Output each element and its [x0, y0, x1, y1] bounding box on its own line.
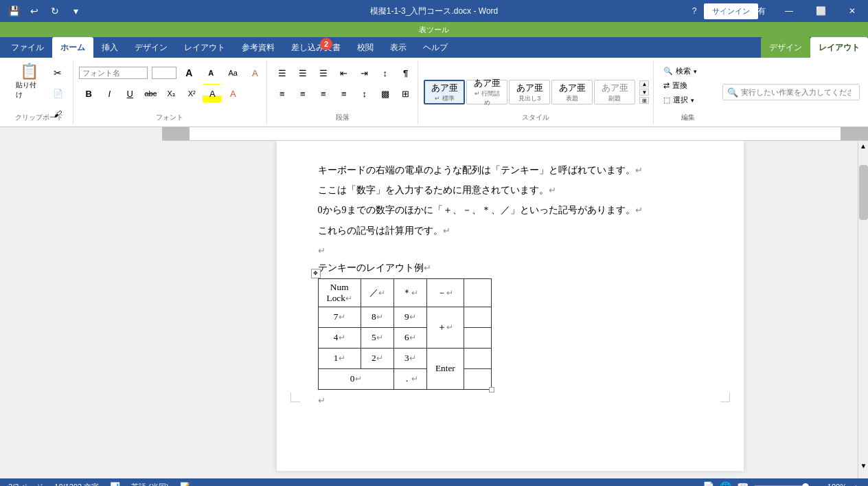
- styles-scroll-down-icon[interactable]: ▼: [639, 89, 649, 96]
- numpad-table[interactable]: NumLock↵ ／↵ ＊↵ －↵ 7↵ 8↵ 9↵ ＋↵ 4↵: [318, 278, 492, 390]
- font-size-input[interactable]: [152, 67, 176, 79]
- tab-file[interactable]: ファイル: [3, 37, 52, 58]
- tab-view[interactable]: 表示: [382, 37, 415, 58]
- multilevel-button[interactable]: ☰: [314, 63, 333, 82]
- share-button[interactable]: 共有: [742, 0, 773, 22]
- superscript-button[interactable]: X²: [182, 84, 201, 103]
- tab-help[interactable]: ヘルプ: [415, 37, 456, 58]
- word-count-icon[interactable]: 📊: [110, 482, 120, 486]
- tab-design[interactable]: デザイン: [126, 37, 176, 58]
- table-cell-0[interactable]: 0↵: [318, 368, 393, 389]
- shrink-font-button[interactable]: A: [201, 63, 220, 82]
- table-cell-1[interactable]: 1↵: [318, 348, 361, 368]
- language-icon[interactable]: 📝: [180, 482, 190, 486]
- italic-button[interactable]: I: [100, 84, 119, 103]
- tab-table-design[interactable]: デザイン: [761, 37, 810, 58]
- customize-qat-icon[interactable]: ▾: [67, 3, 84, 19]
- select-button[interactable]: ⬚ 選択 ▾: [659, 93, 701, 107]
- style-title[interactable]: あア亜 表題: [551, 80, 593, 104]
- bullets-button[interactable]: ☰: [273, 63, 292, 82]
- justify-button[interactable]: ≡: [334, 84, 354, 103]
- ribbon-display-icon[interactable]: □: [710, 0, 742, 22]
- clear-format-button[interactable]: A: [245, 63, 264, 82]
- table-cell-minus[interactable]: －↵: [426, 278, 464, 307]
- align-left-button[interactable]: ≡: [273, 84, 292, 103]
- table-cell-5[interactable]: 5↵: [361, 327, 393, 348]
- table-cell-3[interactable]: 3↵: [393, 348, 426, 368]
- shading-button[interactable]: ▩: [376, 84, 395, 103]
- show-formatting-button[interactable]: ¶: [396, 63, 415, 82]
- save-icon[interactable]: 💾: [5, 3, 22, 19]
- tab-references[interactable]: 参考資料: [233, 37, 283, 58]
- font-color-button[interactable]: A: [223, 84, 242, 103]
- tab-insert[interactable]: 挿入: [93, 37, 126, 58]
- table-cell-mul[interactable]: ＊↵: [393, 278, 426, 307]
- close-button[interactable]: ✕: [836, 0, 868, 22]
- decrease-indent-button[interactable]: ⇤: [334, 63, 354, 82]
- strikethrough-button[interactable]: abc: [141, 84, 160, 103]
- zoom-minus-button[interactable]: －: [814, 482, 822, 487]
- tab-table-layout[interactable]: レイアウト: [810, 37, 868, 58]
- grow-font-button[interactable]: A: [179, 63, 198, 82]
- search-ribbon-input[interactable]: [741, 88, 851, 96]
- table-move-handle[interactable]: ✥: [311, 269, 321, 278]
- table-cell-div[interactable]: ／↵: [361, 278, 393, 307]
- table-cell-2[interactable]: 2↵: [361, 348, 393, 368]
- table-resize-handle[interactable]: [489, 387, 494, 393]
- table-cell-7[interactable]: 7↵: [318, 307, 361, 327]
- search-area[interactable]: 🔍: [722, 84, 860, 100]
- text-highlight-button[interactable]: A: [203, 84, 222, 103]
- scroll-thumb[interactable]: [859, 165, 868, 220]
- restore-button[interactable]: ⬜: [805, 0, 836, 22]
- undo-icon[interactable]: ↩: [26, 3, 43, 19]
- select-dropdown-icon[interactable]: ▾: [691, 97, 694, 104]
- scroll-up-button[interactable]: ▲: [858, 141, 868, 151]
- view-print-icon[interactable]: 📄: [703, 481, 714, 486]
- scroll-down-button[interactable]: ▼: [858, 462, 868, 470]
- table-cell-enter[interactable]: Enter: [426, 348, 464, 389]
- style-heading3[interactable]: あア亜 見出し3: [509, 80, 550, 104]
- tab-home[interactable]: ホーム: [52, 37, 93, 58]
- vertical-scrollbar[interactable]: ▲ ▼: [858, 141, 868, 478]
- table-cell-8[interactable]: 8↵: [361, 307, 393, 327]
- help-icon[interactable]: ?: [678, 0, 710, 22]
- style-subtitle[interactable]: あア亜 副題: [594, 80, 635, 104]
- tab-review[interactable]: 校閲: [349, 37, 382, 58]
- minimize-button[interactable]: —: [773, 0, 805, 22]
- underline-button[interactable]: U: [120, 84, 139, 103]
- document-area[interactable]: キーボードの右端の電卓のような配列は「テンキー」と呼ばれています。↵ ここは「数…: [162, 141, 858, 478]
- styles-scroll[interactable]: ▲ ▼ ⊞: [639, 80, 649, 104]
- paste-button[interactable]: 📋 貼り付け: [11, 60, 47, 102]
- numbering-button[interactable]: ☰: [293, 63, 312, 82]
- bold-button[interactable]: B: [79, 84, 98, 103]
- increase-indent-button[interactable]: ⇥: [355, 63, 374, 82]
- border-button[interactable]: ⊞: [396, 84, 415, 103]
- align-right-button[interactable]: ≡: [314, 84, 333, 103]
- styles-expand-icon[interactable]: ⊞: [639, 97, 649, 104]
- find-button[interactable]: 🔍 検索 ▾: [659, 65, 701, 78]
- find-dropdown-icon[interactable]: ▾: [694, 68, 697, 75]
- copy-button[interactable]: 📄: [48, 84, 67, 103]
- change-case-button[interactable]: Aa: [223, 63, 242, 82]
- table-cell-plus[interactable]: ＋↵: [426, 307, 464, 348]
- table-cell-dot[interactable]: ．↵: [393, 368, 426, 389]
- tab-mailings[interactable]: 差し込み文書: [283, 37, 349, 58]
- line-spacing-button[interactable]: ↕: [355, 84, 374, 103]
- zoom-plus-button[interactable]: ＋: [852, 482, 860, 487]
- redo-icon[interactable]: ↻: [47, 3, 63, 19]
- table-cell-9[interactable]: 9↵: [393, 307, 426, 327]
- tab-layout-main[interactable]: レイアウト: [176, 37, 233, 58]
- view-focus-icon[interactable]: 📖: [737, 481, 749, 486]
- table-cell-4[interactable]: 4↵: [318, 327, 361, 348]
- font-name-input[interactable]: [79, 67, 148, 79]
- sort-button[interactable]: ↕: [376, 63, 395, 82]
- style-compact[interactable]: あア亜 ↵ 行間詰め: [466, 80, 507, 104]
- replace-button[interactable]: ⇄ 置換: [659, 79, 701, 92]
- table-cell-numlock[interactable]: NumLock↵: [318, 278, 361, 307]
- cut-button[interactable]: ✂: [48, 63, 67, 82]
- subscript-button[interactable]: X₂: [161, 84, 181, 103]
- styles-scroll-up-icon[interactable]: ▲: [639, 80, 649, 87]
- align-center-button[interactable]: ≡: [293, 84, 312, 103]
- view-web-icon[interactable]: 🌐: [720, 481, 731, 486]
- style-normal[interactable]: あア亜 ↵ 標準: [424, 80, 465, 104]
